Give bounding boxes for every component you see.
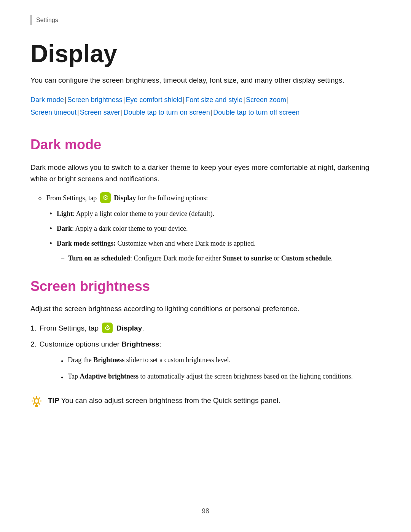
nav-link-dark-mode[interactable]: Dark mode bbox=[30, 96, 64, 104]
dark-mode-description: Dark mode allows you to switch to a dark… bbox=[30, 162, 381, 185]
brightness-step-2: 2. Customize options under Brightness: bbox=[30, 339, 381, 350]
brightness-step-1: 1. From Settings, tap Display. bbox=[30, 323, 381, 334]
drag-brightness-text: Drag the Brightness slider to set a cust… bbox=[68, 355, 231, 366]
dot-bullet-3: • bbox=[49, 240, 52, 247]
page-container: Settings Display You can configure the s… bbox=[0, 0, 411, 532]
dark-mode-dark-item: • Dark: Apply a dark color theme to your… bbox=[30, 223, 381, 234]
dark-mode-settings-text: Dark mode settings: Customize when and w… bbox=[57, 238, 255, 249]
tip-box: TIP You can also adjust screen brightnes… bbox=[30, 395, 381, 413]
nav-link-screen-brightness[interactable]: Screen brightness bbox=[67, 96, 123, 104]
breadcrumb: Settings bbox=[30, 15, 381, 25]
light-text: Light: Apply a light color theme to your… bbox=[57, 208, 214, 219]
step-2-number: 2. bbox=[30, 339, 37, 350]
circle-bullet-icon: ○ bbox=[38, 193, 42, 203]
scheduled-text: Turn on as scheduled: Configure Dark mod… bbox=[68, 253, 333, 264]
tip-label: TIP bbox=[48, 396, 59, 404]
step-2-text: Customize options under Brightness: bbox=[40, 339, 161, 350]
dash-bullet: – bbox=[61, 253, 64, 264]
adaptive-brightness-text: Tap Adaptive brightness to automatically… bbox=[68, 371, 353, 382]
dark-mode-title: Dark mode bbox=[30, 134, 381, 156]
dark-mode-settings-item: • Dark mode settings: Customize when and… bbox=[30, 238, 381, 249]
brightness-adaptive-item: • Tap Adaptive brightness to automatical… bbox=[30, 371, 381, 383]
nav-links: Dark mode|Screen brightness|Eye comfort … bbox=[30, 94, 381, 118]
from-settings-text: From Settings, tap Display for the follo… bbox=[46, 193, 208, 204]
page-description: You can configure the screen brightness,… bbox=[30, 75, 381, 86]
nav-link-double-tap-off[interactable]: Double tap to turn off screen bbox=[213, 109, 299, 116]
step-1-number: 1. bbox=[30, 323, 37, 334]
nav-link-screen-timeout[interactable]: Screen timeout bbox=[30, 109, 76, 116]
dark-text: Dark: Apply a dark color theme to your d… bbox=[57, 223, 188, 234]
dark-mode-light-item: • Light: Apply a light color theme to yo… bbox=[30, 208, 381, 219]
display-bold: Display bbox=[114, 194, 136, 202]
page-number: 98 bbox=[0, 506, 411, 517]
nav-link-eye-comfort[interactable]: Eye comfort shield bbox=[126, 96, 182, 104]
brightness-drag-item: • Drag the Brightness slider to set a cu… bbox=[30, 355, 381, 367]
nav-link-screen-saver[interactable]: Screen saver bbox=[80, 109, 120, 116]
nav-link-font-size[interactable]: Font size and style bbox=[185, 96, 242, 104]
svg-point-0 bbox=[34, 399, 39, 403]
svg-line-7 bbox=[39, 398, 40, 398]
dot-bullet: • bbox=[49, 210, 52, 217]
screen-brightness-title: Screen brightness bbox=[30, 275, 381, 297]
settings-icon-2 bbox=[102, 323, 113, 333]
step-1-text: From Settings, tap Display. bbox=[40, 323, 144, 334]
page-title: Display bbox=[30, 40, 381, 67]
tip-icon bbox=[30, 396, 43, 413]
nav-link-screen-zoom[interactable]: Screen zoom bbox=[246, 96, 286, 104]
svg-line-5 bbox=[33, 398, 34, 398]
svg-line-8 bbox=[33, 403, 34, 404]
sub-dot-bullet-2: • bbox=[61, 372, 63, 383]
svg-line-6 bbox=[39, 403, 40, 404]
tip-text: TIP You can also adjust screen brightnes… bbox=[48, 395, 280, 406]
screen-brightness-section: Screen brightness Adjust the screen brig… bbox=[30, 275, 381, 413]
dark-mode-section: Dark mode Dark mode allows you to switch… bbox=[30, 134, 381, 264]
settings-icon bbox=[100, 192, 111, 203]
dark-mode-from-settings: ○ From Settings, tap Display for the fol… bbox=[30, 193, 381, 204]
dot-bullet-2: • bbox=[49, 225, 52, 232]
turn-on-scheduled-item: – Turn on as scheduled: Configure Dark m… bbox=[30, 253, 381, 264]
nav-link-double-tap-on[interactable]: Double tap to turn on screen bbox=[124, 109, 210, 116]
sub-dot-bullet-1: • bbox=[61, 356, 63, 367]
screen-brightness-description: Adjust the screen brightness according t… bbox=[30, 303, 381, 315]
